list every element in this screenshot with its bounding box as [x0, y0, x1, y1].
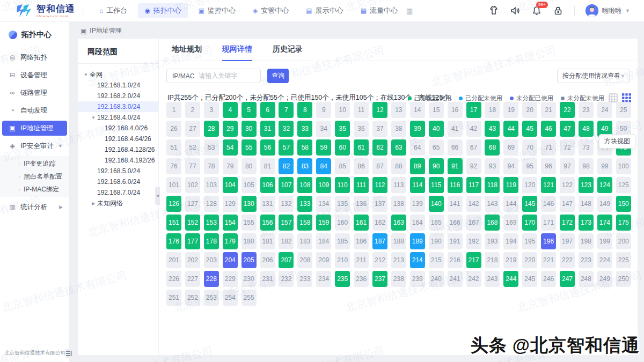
- ip-cell-228[interactable]: 228: [204, 271, 219, 287]
- ip-cell-83[interactable]: 83: [297, 158, 312, 174]
- ip-cell-139[interactable]: 139: [410, 196, 425, 212]
- tree-node-192.168.2.0/24[interactable]: 192.168.2.0/24: [78, 91, 158, 101]
- ip-cell-40[interactable]: 40: [429, 121, 444, 137]
- ip-cell-68[interactable]: 68: [485, 139, 500, 156]
- ip-cell-229[interactable]: 229: [223, 271, 238, 287]
- search-input[interactable]: IP/MAC 请输入关键字: [166, 69, 261, 83]
- tree-node-未知网络[interactable]: ▶未知网络: [78, 198, 158, 209]
- ip-cell-226[interactable]: 226: [166, 271, 181, 287]
- nav-item-拓扑中心[interactable]: ◉拓扑中心: [138, 3, 187, 18]
- ip-cell-198[interactable]: 198: [579, 233, 594, 249]
- ip-cell-112[interactable]: 112: [372, 177, 387, 193]
- ip-cell-215[interactable]: 215: [429, 252, 444, 268]
- ip-cell-7[interactable]: 7: [279, 102, 294, 118]
- ip-cell-212[interactable]: 212: [372, 252, 387, 268]
- notifications-bell-icon[interactable]: 99+: [531, 5, 542, 16]
- query-button[interactable]: 查询: [267, 69, 289, 83]
- ip-cell-47[interactable]: 47: [560, 121, 575, 137]
- ip-cell-71[interactable]: 71: [541, 139, 556, 156]
- ip-cell-178[interactable]: 178: [204, 233, 219, 249]
- ip-cell-16[interactable]: 16: [448, 102, 463, 118]
- ip-cell-196[interactable]: 196: [541, 233, 556, 249]
- tab-地址规划[interactable]: 地址规划: [172, 39, 202, 61]
- ip-cell-250[interactable]: 250: [616, 271, 631, 287]
- sidebar-subitem-IP变更追踪[interactable]: IP变更追踪: [0, 157, 69, 170]
- sidebar-subitem-IP-MAC绑定[interactable]: IP-MAC绑定: [0, 183, 69, 196]
- ip-cell-181[interactable]: 181: [260, 233, 275, 249]
- ip-cell-147[interactable]: 147: [560, 196, 575, 212]
- ip-cell-184[interactable]: 184: [316, 233, 331, 249]
- ip-cell-19[interactable]: 19: [503, 102, 518, 118]
- ip-cell-48[interactable]: 48: [579, 121, 594, 137]
- ip-cell-45[interactable]: 45: [522, 121, 537, 137]
- ip-cell-160[interactable]: 160: [335, 215, 350, 231]
- ip-cell-190[interactable]: 190: [429, 233, 444, 249]
- ip-cell-29[interactable]: 29: [223, 121, 238, 137]
- ip-cell-238[interactable]: 238: [391, 271, 406, 287]
- ip-cell-106[interactable]: 106: [260, 177, 275, 193]
- ip-cell-200[interactable]: 200: [616, 233, 631, 249]
- sidebar-item-统计分析[interactable]: ▥统计分析▶: [2, 200, 67, 215]
- ip-cell-153[interactable]: 153: [204, 215, 219, 231]
- ip-cell-53[interactable]: 53: [204, 139, 219, 156]
- ip-cell-119[interactable]: 119: [503, 177, 518, 193]
- ip-cell-101[interactable]: 101: [166, 177, 181, 193]
- ip-cell-171[interactable]: 171: [541, 215, 556, 231]
- ip-cell-182[interactable]: 182: [279, 233, 294, 249]
- ip-cell-150[interactable]: 150: [616, 196, 631, 212]
- ip-cell-191[interactable]: 191: [448, 233, 463, 249]
- ip-cell-210[interactable]: 210: [335, 252, 350, 268]
- ip-cell-37[interactable]: 37: [372, 121, 387, 137]
- ip-cell-18[interactable]: 18: [485, 102, 500, 118]
- ip-cell-214[interactable]: 214: [410, 252, 425, 268]
- ip-cell-90[interactable]: 90: [429, 158, 444, 174]
- ip-cell-195[interactable]: 195: [522, 233, 537, 249]
- ip-cell-86[interactable]: 86: [354, 158, 369, 174]
- ip-cell-173[interactable]: 173: [579, 215, 594, 231]
- ip-cell-4[interactable]: 4: [223, 102, 238, 118]
- ip-cell-88[interactable]: 88: [391, 158, 406, 174]
- ip-cell-158[interactable]: 158: [297, 215, 312, 231]
- ip-cell-79[interactable]: 79: [223, 158, 238, 174]
- ip-cell-208[interactable]: 208: [297, 252, 312, 268]
- ip-cell-252[interactable]: 252: [185, 290, 200, 306]
- ip-cell-145[interactable]: 145: [522, 196, 537, 212]
- ip-cell-248[interactable]: 248: [579, 271, 594, 287]
- ip-cell-218[interactable]: 218: [485, 252, 500, 268]
- ip-cell-135[interactable]: 135: [335, 196, 350, 212]
- ip-cell-9[interactable]: 9: [316, 102, 331, 118]
- ip-cell-20[interactable]: 20: [522, 102, 537, 118]
- ip-cell-128[interactable]: 128: [204, 196, 219, 212]
- ip-cell-32[interactable]: 32: [279, 121, 294, 137]
- tree-node-192.168.7.0/24[interactable]: 192.168.7.0/24: [78, 187, 158, 198]
- ip-cell-41[interactable]: 41: [448, 121, 463, 137]
- ip-cell-65[interactable]: 65: [429, 139, 444, 156]
- ip-cell-213[interactable]: 213: [391, 252, 406, 268]
- ip-cell-109[interactable]: 109: [316, 177, 331, 193]
- ip-cell-57[interactable]: 57: [279, 139, 294, 156]
- tree-node-192.168.4.64/26[interactable]: 192.168.4.64/26: [78, 134, 158, 144]
- ip-cell-245[interactable]: 245: [522, 271, 537, 287]
- ip-cell-211[interactable]: 211: [354, 252, 369, 268]
- ip-cell-105[interactable]: 105: [241, 177, 257, 193]
- ip-cell-203[interactable]: 203: [204, 252, 219, 268]
- ip-cell-244[interactable]: 244: [503, 271, 518, 287]
- ip-cell-73[interactable]: 73: [579, 139, 594, 156]
- ip-cell-237[interactable]: 237: [372, 271, 387, 287]
- ip-cell-137[interactable]: 137: [372, 196, 387, 212]
- ip-cell-116[interactable]: 116: [448, 177, 463, 193]
- ip-cell-130[interactable]: 130: [241, 196, 257, 212]
- ip-cell-77[interactable]: 77: [185, 158, 200, 174]
- ip-cell-64[interactable]: 64: [410, 139, 425, 156]
- sidebar-item-IP地址管理[interactable]: ▣IP地址管理: [2, 121, 67, 136]
- ip-cell-25[interactable]: 25: [616, 102, 631, 118]
- ip-cell-217[interactable]: 217: [466, 252, 481, 268]
- apps-grid-icon[interactable]: ▦: [406, 7, 413, 15]
- ip-cell-236[interactable]: 236: [354, 271, 369, 287]
- ip-cell-104[interactable]: 104: [223, 177, 238, 193]
- ip-cell-6[interactable]: 6: [260, 102, 275, 118]
- ip-cell-192[interactable]: 192: [466, 233, 481, 249]
- ip-cell-232[interactable]: 232: [279, 271, 294, 287]
- ip-cell-207[interactable]: 207: [279, 252, 294, 268]
- ip-cell-89[interactable]: 89: [410, 158, 425, 174]
